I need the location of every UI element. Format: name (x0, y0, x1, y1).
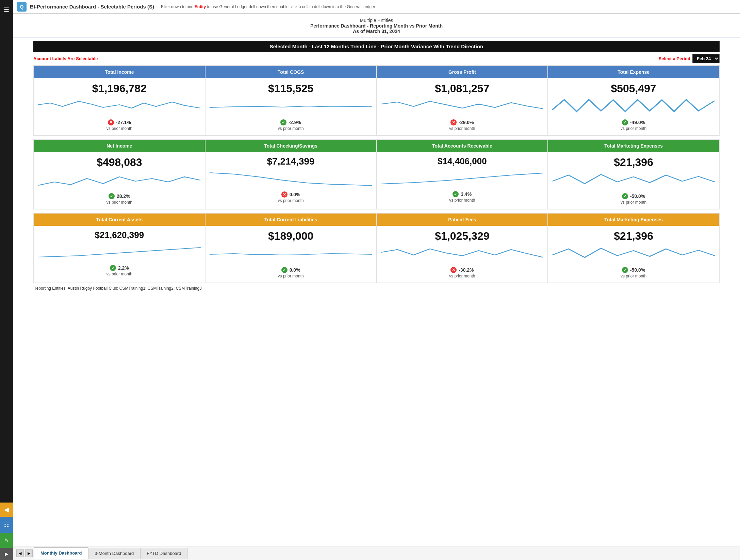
variance-label-current-liabilities: vs prior month (278, 274, 304, 278)
metric-header-patient-fees[interactable]: Patient Fees (377, 214, 548, 226)
variance-icon-total-expense: ✓ (622, 119, 628, 125)
tab-3month-dashboard[interactable]: 3-Month Dashboard (88, 548, 140, 559)
variance-label-accounts-receivable: vs prior month (449, 198, 475, 203)
metric-variance-marketing-gold: ✓ -50.0% vs prior month (548, 264, 719, 283)
variance-row-marketing-gold: ✓ -50.0% (622, 267, 645, 273)
variance-label-patient-fees: vs prior month (449, 274, 475, 278)
metric-value-total-expense: $505,497 (548, 78, 719, 96)
metric-header-marketing-gold[interactable]: Total Marketing Expenses (548, 214, 719, 226)
variance-label-total-expense: vs prior month (621, 126, 646, 131)
variance-row-total-income: ✕ -27.1% (108, 119, 131, 125)
metric-variance-marketing-green: ✓ -50.0% vs prior month (548, 190, 719, 209)
metric-chart-gross-profit (377, 96, 548, 117)
metric-header-checking-savings[interactable]: Total Checking/Savings (205, 140, 376, 152)
metric-value-total-cogs: $115,525 (205, 78, 376, 96)
tabs-bar: ◀ ▶ Monthly Dashboard 3-Month Dashboard … (13, 546, 740, 560)
tab-prev-button[interactable]: ◀ (16, 549, 24, 557)
variance-row-current-liabilities: ✓ 0.0% (281, 267, 300, 273)
variance-icon-accounts-receivable: ✓ (453, 191, 459, 197)
metrics-row-2: Net Income $498,083 ✓ 28.2% vs prior mon… (33, 139, 720, 209)
filter-suffix: to use General Ledger drill down then do… (207, 4, 375, 9)
variance-row-marketing-green: ✓ -50.0% (622, 193, 645, 199)
metric-header-gross-profit[interactable]: Gross Profit (377, 66, 548, 78)
metric-card-marketing-gold: Total Marketing Expenses $21,396 ✓ -50.0… (548, 213, 719, 283)
variance-icon-current-assets: ✓ (110, 265, 116, 271)
tab-fytd-dashboard[interactable]: FYTD Dashboard (140, 548, 187, 559)
variance-pct-total-expense: -49.0% (630, 120, 645, 125)
metric-card-current-liabilities: Total Current Liabilities $189,000 ✓ 0.0… (205, 213, 377, 283)
metric-header-current-liabilities[interactable]: Total Current Liabilities (205, 214, 376, 226)
variance-row-total-cogs: ✓ -2.9% (280, 119, 301, 125)
metric-header-marketing-green[interactable]: Total Marketing Expenses (548, 140, 719, 152)
tab-next-button[interactable]: ▶ (25, 549, 33, 557)
hamburger-menu[interactable]: ☰ (0, 3, 13, 16)
metric-chart-accounts-receivable (377, 168, 548, 188)
metric-variance-total-expense: ✓ -49.0% vs prior month (548, 117, 719, 135)
metric-variance-gross-profit: ✕ -29.0% vs prior month (377, 117, 548, 135)
dashboard: Selected Month - Last 12 Months Trend Li… (13, 37, 740, 546)
variance-row-accounts-receivable: ✓ 3.4% (453, 191, 472, 197)
metric-value-marketing-green: $21,396 (548, 152, 719, 170)
app-header: Q BI-Performance Dashboard - Selectable … (13, 0, 740, 14)
variance-label-total-cogs: vs prior month (278, 126, 304, 131)
header-filter-text: Filter down to one Entity to use General… (161, 4, 375, 9)
report-title: Performance Dashboard - Reporting Month … (13, 23, 740, 29)
grid-nav-icon[interactable]: ☷ (0, 517, 13, 533)
metric-variance-total-income: ✕ -27.1% vs prior month (34, 117, 205, 135)
variance-label-marketing-gold: vs prior month (621, 274, 646, 278)
content-area: Multiple Entities Performance Dashboard … (13, 14, 740, 546)
period-dropdown[interactable]: Feb 24 (692, 54, 720, 63)
chart-nav-icon[interactable]: ✎ (0, 533, 13, 548)
select-period-label: Select a Period (659, 56, 690, 61)
metric-variance-current-liabilities: ✓ 0.0% vs prior month (205, 264, 376, 283)
variance-row-patient-fees: ✕ -30.2% (450, 267, 474, 273)
sidebar: ☰ ◀ ☷ ✎ ▶ (0, 0, 13, 560)
metric-value-accounts-receivable: $14,406,000 (377, 152, 548, 168)
variance-row-current-assets: ✓ 2.2% (110, 265, 129, 271)
metric-value-gross-profit: $1,081,257 (377, 78, 548, 96)
metric-chart-patient-fees (377, 244, 548, 264)
metric-value-net-income: $498,083 (34, 152, 205, 170)
variance-icon-gross-profit: ✕ (450, 119, 457, 125)
metric-card-current-assets: Total Current Assets $21,620,399 ✓ 2.2% … (34, 213, 205, 283)
report-date: As of March 31, 2024 (13, 29, 740, 34)
metric-variance-total-cogs: ✓ -2.9% vs prior month (205, 117, 376, 135)
metric-chart-marketing-gold (548, 244, 719, 264)
metric-header-total-cogs[interactable]: Total COGS (205, 66, 376, 78)
metric-header-current-assets[interactable]: Total Current Assets (34, 214, 205, 226)
metric-value-total-income: $1,196,782 (34, 78, 205, 96)
tab-monthly-dashboard[interactable]: Monthly Dashboard (34, 547, 88, 559)
metric-chart-total-income (34, 96, 205, 117)
variance-pct-total-income: -27.1% (116, 120, 131, 125)
metric-chart-marketing-green (548, 170, 719, 190)
metric-variance-current-assets: ✓ 2.2% vs prior month (34, 262, 205, 281)
variance-label-marketing-green: vs prior month (621, 200, 646, 205)
variance-pct-gross-profit: -29.0% (459, 120, 474, 125)
variance-row-total-expense: ✓ -49.0% (622, 119, 645, 125)
back-nav-icon[interactable]: ◀ (0, 503, 13, 517)
metrics-row-1: Total Income $1,196,782 ✕ -27.1% vs prio… (33, 65, 720, 136)
metric-card-total-expense: Total Expense $505,497 ✓ -49.0% vs prior… (548, 66, 719, 135)
metric-header-accounts-receivable[interactable]: Total Accounts Receivable (377, 140, 548, 152)
report-header: Multiple Entities Performance Dashboard … (13, 14, 740, 37)
metric-chart-current-liabilities (205, 244, 376, 264)
metric-chart-total-expense (548, 96, 719, 117)
variance-pct-marketing-green: -50.0% (630, 193, 645, 199)
select-period-area: Select a Period Feb 24 (659, 54, 720, 63)
variance-pct-accounts-receivable: 3.4% (461, 191, 472, 197)
metric-header-total-expense[interactable]: Total Expense (548, 66, 719, 78)
filter-entity: Entity (195, 4, 206, 9)
variance-label-current-assets: vs prior month (106, 272, 132, 276)
metric-header-net-income[interactable]: Net Income (34, 140, 205, 152)
metric-header-total-income[interactable]: Total Income (34, 66, 205, 78)
variance-icon-total-cogs: ✓ (280, 119, 286, 125)
variance-pct-total-cogs: -2.9% (289, 120, 301, 125)
metric-card-accounts-receivable: Total Accounts Receivable $14,406,000 ✓ … (377, 139, 548, 209)
filter-prefix: Filter down to one (161, 4, 193, 9)
metrics-row-3: Total Current Assets $21,620,399 ✓ 2.2% … (33, 213, 720, 283)
metric-value-marketing-gold: $21,396 (548, 226, 719, 244)
metric-chart-checking-savings (205, 168, 376, 189)
expand-nav-icon[interactable]: ▶ (0, 548, 13, 560)
variance-pct-net-income: 28.2% (117, 193, 130, 199)
metric-chart-total-cogs (205, 96, 376, 117)
